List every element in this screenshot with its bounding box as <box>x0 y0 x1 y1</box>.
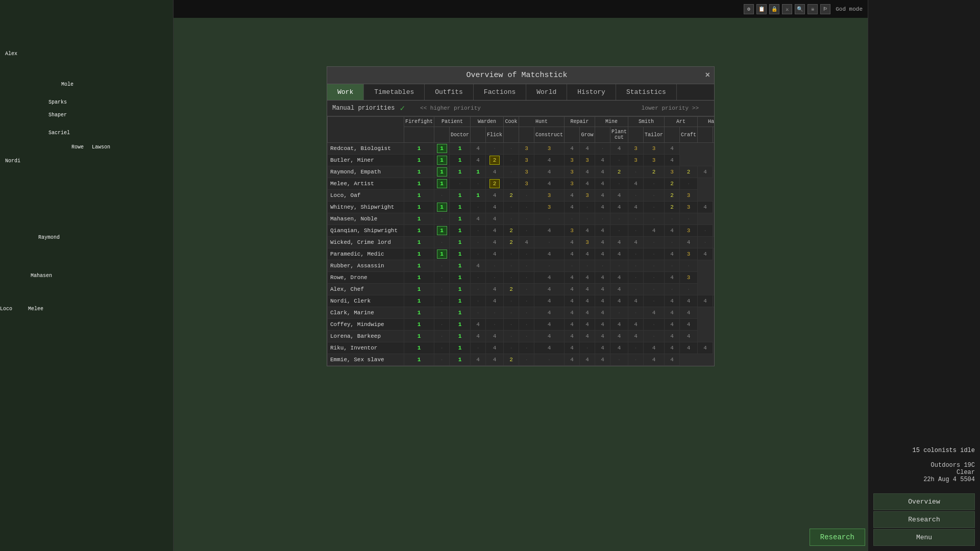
work-cell[interactable]: · <box>628 260 644 272</box>
work-cell[interactable]: 4 <box>486 166 504 178</box>
cell-value-4[interactable]: 4 <box>567 238 577 247</box>
cell-value-1[interactable]: 1 <box>455 308 465 317</box>
cell-value-4[interactable]: 4 <box>598 167 608 177</box>
cell-value-4[interactable]: 4 <box>667 249 677 259</box>
cell-value-4[interactable]: 4 <box>489 343 500 353</box>
work-cell[interactable]: · <box>486 319 504 331</box>
work-cell[interactable]: 4 <box>698 248 713 260</box>
work-cell[interactable]: 4 <box>665 143 680 155</box>
work-cell[interactable]: 1 <box>450 213 471 225</box>
work-cell[interactable]: 4 <box>565 331 580 342</box>
cell-value-4[interactable]: 4 <box>614 144 624 153</box>
work-cell[interactable]: 4 <box>565 295 580 307</box>
work-cell[interactable]: 4 <box>610 190 628 202</box>
cell-value-4[interactable]: 4 <box>683 343 694 353</box>
cell-value-1[interactable]: 1 <box>414 285 424 294</box>
work-cell[interactable]: · <box>504 202 519 213</box>
work-cell[interactable]: · <box>698 237 713 248</box>
cell-empty[interactable]: · <box>649 285 659 294</box>
work-cell[interactable]: 1 <box>434 166 450 178</box>
cell-value-4[interactable]: 4 <box>544 332 554 341</box>
cell-value-4[interactable]: 4 <box>598 355 608 364</box>
cell-empty[interactable]: · <box>631 226 641 235</box>
cell-value-4[interactable]: 4 <box>614 296 624 306</box>
cell-value-4[interactable]: 4 <box>473 261 483 270</box>
cell-value-4[interactable]: 4 <box>567 332 577 341</box>
work-cell[interactable]: 1 <box>450 331 471 342</box>
cell-empty[interactable]: · <box>544 238 554 247</box>
tab-work[interactable]: Work <box>327 84 364 100</box>
cell-empty[interactable]: · <box>614 308 624 317</box>
work-cell[interactable]: 4 <box>565 248 580 260</box>
cell-value-4[interactable]: 4 <box>567 191 577 200</box>
cell-value-4[interactable]: 4 <box>667 308 677 317</box>
toolbar-icon-4[interactable]: ⚔ <box>782 4 792 14</box>
cell-empty[interactable]: · <box>489 308 500 317</box>
work-cell[interactable]: · <box>504 272 519 284</box>
toolbar-icon-7[interactable]: 🏳 <box>820 4 830 14</box>
tab-statistics[interactable]: Statistics <box>616 84 677 100</box>
work-cell[interactable]: 3 <box>519 155 534 166</box>
cell-empty[interactable]: · <box>506 332 517 341</box>
cell-value-3[interactable]: 3 <box>522 156 532 165</box>
cell-value-3[interactable]: 3 <box>649 156 659 165</box>
work-cell[interactable]: 1 <box>450 284 471 295</box>
work-cell[interactable]: 4 <box>680 295 698 307</box>
cell-value-4[interactable]: 4 <box>649 308 659 317</box>
work-cell[interactable]: · <box>628 284 644 295</box>
cell-value-4[interactable]: 4 <box>614 238 624 247</box>
work-cell[interactable]: 4 <box>665 248 680 260</box>
cell-value-1[interactable]: 1 <box>455 249 465 259</box>
work-cell[interactable]: · <box>434 295 450 307</box>
work-cell[interactable]: · <box>471 237 486 248</box>
cell-empty[interactable]: · <box>649 203 659 212</box>
work-cell[interactable]: 4 <box>665 319 680 331</box>
cell-value-4[interactable]: 4 <box>567 203 577 212</box>
work-cell[interactable]: · <box>628 213 644 225</box>
cell-value-4[interactable]: 4 <box>544 226 554 235</box>
work-cell[interactable]: 4 <box>713 295 714 307</box>
work-cell[interactable]: 1 <box>404 155 434 166</box>
work-cell[interactable]: 3 <box>534 143 565 155</box>
cell-empty[interactable]: · <box>614 179 624 188</box>
cell-value-3[interactable]: 3 <box>522 167 532 177</box>
work-cell[interactable]: · <box>434 213 450 225</box>
cell-value-4[interactable]: 4 <box>598 179 608 188</box>
work-cell[interactable]: 2 <box>486 178 504 190</box>
work-cell[interactable]: 4 <box>471 260 486 272</box>
work-cell[interactable]: 1 <box>450 307 471 319</box>
work-cell[interactable]: · <box>644 319 665 331</box>
cell-value-4[interactable]: 4 <box>631 332 641 341</box>
cell-value-4[interactable]: 4 <box>667 320 677 329</box>
cell-empty[interactable]: · <box>473 273 483 282</box>
cell-empty[interactable]: · <box>522 320 532 329</box>
cell-value-4[interactable]: 4 <box>489 191 500 200</box>
work-cell[interactable]: · <box>644 284 665 295</box>
work-cell[interactable]: · <box>644 331 665 342</box>
work-cell[interactable]: · <box>519 248 534 260</box>
work-cell[interactable]: 4 <box>595 342 610 354</box>
work-cell[interactable]: · <box>504 248 519 260</box>
work-cell[interactable]: 4 <box>595 202 610 213</box>
cell-value-4[interactable]: 4 <box>700 296 710 306</box>
work-cell[interactable]: 3 <box>680 190 698 202</box>
work-cell[interactable]: 4 <box>680 319 698 331</box>
cell-empty[interactable]: · <box>567 214 577 223</box>
work-cell[interactable]: · <box>580 260 595 272</box>
work-cell[interactable]: 4 <box>595 319 610 331</box>
work-cell[interactable]: 4 <box>610 342 628 354</box>
work-cell[interactable]: 1 <box>450 248 471 260</box>
cell-empty[interactable]: · <box>473 296 483 306</box>
tab-timetables[interactable]: Timetables <box>364 84 425 100</box>
cell-value-1[interactable]: 1 <box>473 167 483 177</box>
cell-empty[interactable]: · <box>506 214 517 223</box>
cell-empty[interactable]: · <box>649 249 659 259</box>
cell-value-1[interactable]: 1 <box>455 296 465 306</box>
tab-outfits[interactable]: Outfits <box>425 84 474 100</box>
cell-value-4[interactable]: 4 <box>489 296 500 306</box>
cell-empty[interactable]: · <box>473 179 483 188</box>
cell-value-4[interactable]: 4 <box>598 332 608 341</box>
work-cell[interactable]: · <box>519 202 534 213</box>
work-cell[interactable]: 4 <box>644 225 665 237</box>
work-cell[interactable]: 4 <box>698 295 713 307</box>
